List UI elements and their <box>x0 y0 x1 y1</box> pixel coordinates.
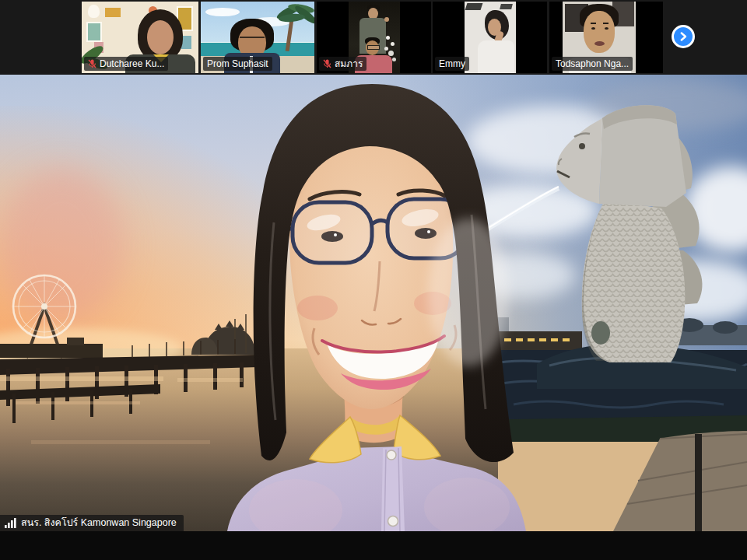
light-glare <box>428 219 509 366</box>
tile-background-art <box>465 3 483 10</box>
blush <box>297 296 338 320</box>
participant-video <box>591 23 596 24</box>
tile-background-art <box>105 8 121 17</box>
main-speaker-video: สนร. สิงคโปร์ Kamonwan Singapore <box>0 75 747 531</box>
participant-video <box>147 20 174 54</box>
participant-name-label: Todsaphon Nga... <box>552 57 633 71</box>
button <box>388 516 398 527</box>
letterbox-bar <box>0 531 747 560</box>
tile-background-art <box>205 8 240 16</box>
participant-filmstrip: Dutcharee Ku... Prom Suphasit <box>0 0 747 75</box>
participant-video <box>465 2 516 73</box>
participant-name: Emmy <box>439 59 465 68</box>
signal-bars-icon <box>5 518 16 528</box>
participant-name-label: Dutcharee Ku... <box>84 57 168 71</box>
collar-left <box>310 417 361 463</box>
participant-tile-emmy[interactable]: Emmy <box>433 2 547 73</box>
speaker-figure <box>0 75 747 531</box>
participant-name-label: สมภาร <box>319 57 366 71</box>
next-participants-button[interactable] <box>672 25 695 48</box>
participant-name: Prom Suphasit <box>207 59 268 68</box>
participant-tile-todsaphon[interactable]: Todsaphon Nga... <box>549 2 663 73</box>
participant-video <box>594 41 605 46</box>
participant-video <box>591 27 595 30</box>
tile-background-art <box>88 5 100 18</box>
button <box>387 450 396 460</box>
tile-background-art <box>386 36 390 40</box>
participant-name: Dutcharee Ku... <box>100 59 164 68</box>
participant-video <box>384 17 389 22</box>
tile-background-art <box>500 4 513 9</box>
muted-mic-icon <box>323 59 331 68</box>
participant-video <box>478 40 514 73</box>
participant-video <box>367 45 380 50</box>
chevron-right-icon <box>676 30 690 44</box>
participant-tile-dutcharee[interactable]: Dutcharee Ku... <box>82 2 198 73</box>
speaker-name: สนร. สิงคโปร์ Kamonwan Singapore <box>21 518 177 528</box>
zoom-meeting-window: Dutcharee Ku... Prom Suphasit <box>0 0 747 560</box>
muted-mic-icon <box>88 59 96 68</box>
participant-video <box>584 11 615 53</box>
participant-tile-sompharn[interactable]: สมภาร <box>317 2 431 73</box>
participant-tile-prom[interactable]: Prom Suphasit <box>201 2 314 73</box>
speaker-name-label: สนร. สิงคโปร์ Kamonwan Singapore <box>0 515 184 531</box>
participant-name: สมภาร <box>335 59 363 68</box>
participant-name-label: Emmy <box>435 57 469 71</box>
tile-background-art <box>86 22 102 42</box>
participant-name: Todsaphon Nga... <box>556 59 629 68</box>
participant-video <box>240 37 265 44</box>
participant-name-label: Prom Suphasit <box>203 57 272 71</box>
